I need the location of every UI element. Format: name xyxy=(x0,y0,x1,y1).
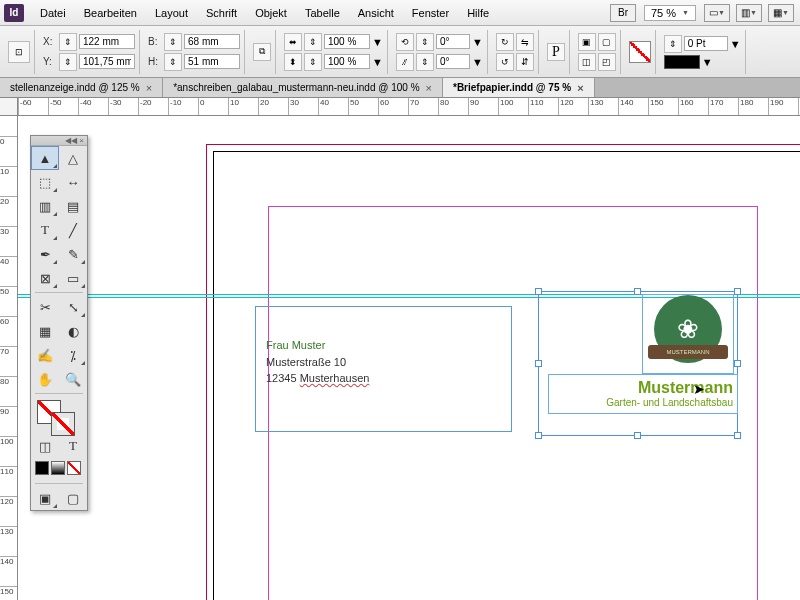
close-icon[interactable]: × xyxy=(577,82,583,94)
y-position-input[interactable] xyxy=(79,54,135,69)
fill-stroke-proxy[interactable] xyxy=(31,396,87,434)
ruler-origin[interactable] xyxy=(0,98,18,115)
menu-view[interactable]: Ansicht xyxy=(350,3,402,23)
stroke-style-dropdown[interactable] xyxy=(664,55,700,69)
menu-window[interactable]: Fenster xyxy=(404,3,457,23)
menu-edit[interactable]: Bearbeiten xyxy=(76,3,145,23)
document-canvas[interactable]: Frau Muster Musterstraße 10 12345 Muster… xyxy=(18,116,800,600)
preview-mode[interactable]: ▢ xyxy=(59,486,87,510)
gap-tool[interactable]: ↔ xyxy=(59,170,87,194)
stroke-swatch[interactable] xyxy=(51,412,75,436)
document-tab[interactable]: *Briefpapier.indd @ 75 %× xyxy=(443,78,595,97)
apply-color-icon[interactable] xyxy=(35,461,49,475)
scissors-tool[interactable]: ✂ xyxy=(31,295,59,319)
resize-handle[interactable] xyxy=(535,288,542,295)
fitting-frame-icon[interactable]: ◰ xyxy=(598,53,616,71)
x-position-input[interactable] xyxy=(79,34,135,49)
apply-gradient-icon[interactable] xyxy=(51,461,65,475)
normal-view-mode[interactable]: ▣ xyxy=(31,486,59,510)
panel-grip[interactable]: ◀◀ × xyxy=(31,136,87,146)
rectangle-tool[interactable]: ▭ xyxy=(59,266,87,290)
pen-tool[interactable]: ✒ xyxy=(31,242,59,266)
bridge-button[interactable]: Br xyxy=(610,4,636,22)
fill-swatch[interactable] xyxy=(629,41,651,63)
stepper-icon[interactable]: ⇕ xyxy=(664,35,682,53)
rotate-90-ccw-icon[interactable]: ↺ xyxy=(496,53,514,71)
document-tab[interactable]: *anschreiben_galabau_mustermann-neu.indd… xyxy=(163,78,443,97)
chevron-down-icon[interactable]: ▼ xyxy=(702,56,713,68)
line-tool[interactable]: ╱ xyxy=(59,218,87,242)
gradient-swatch-tool[interactable]: ▦ xyxy=(31,319,59,343)
stroke-weight-input[interactable] xyxy=(684,36,728,51)
type-tool[interactable]: T xyxy=(31,218,59,242)
vertical-ruler[interactable]: 0102030405060708090100110120130140150 xyxy=(0,116,18,600)
page-tool[interactable]: ⬚ xyxy=(31,170,59,194)
logo-text-frame[interactable]: Mustermann Garten- und Landschaftsbau xyxy=(548,374,738,414)
rotation-input[interactable] xyxy=(436,34,470,49)
flip-vertical-icon[interactable]: ⇵ xyxy=(516,53,534,71)
stepper-icon[interactable]: ⇕ xyxy=(164,53,182,71)
stepper-icon[interactable]: ⇕ xyxy=(164,33,182,51)
fitting-content-icon[interactable]: ◫ xyxy=(578,53,596,71)
stepper-icon[interactable]: ⇕ xyxy=(304,53,322,71)
resize-handle[interactable] xyxy=(634,432,641,439)
menu-type[interactable]: Schrift xyxy=(198,3,245,23)
formatting-text-icon[interactable]: T xyxy=(59,434,87,458)
direct-selection-tool[interactable]: △ xyxy=(59,146,87,170)
resize-handle[interactable] xyxy=(535,432,542,439)
pencil-tool[interactable]: ✎ xyxy=(59,242,87,266)
height-input[interactable] xyxy=(184,54,240,69)
close-icon[interactable]: × xyxy=(426,82,432,94)
gradient-feather-tool[interactable]: ◐ xyxy=(59,319,87,343)
stepper-icon[interactable]: ⇕ xyxy=(59,53,77,71)
flip-horizontal-icon[interactable]: ⇋ xyxy=(516,33,534,51)
fitting-fill-icon[interactable]: ▣ xyxy=(578,33,596,51)
content-collector-tool[interactable]: ▥ xyxy=(31,194,59,218)
chevron-down-icon[interactable]: ▼ xyxy=(372,36,383,48)
resize-handle[interactable] xyxy=(734,288,741,295)
stepper-icon[interactable]: ⇕ xyxy=(304,33,322,51)
stepper-icon[interactable]: ⇕ xyxy=(59,33,77,51)
close-icon[interactable]: × xyxy=(146,82,152,94)
tools-panel[interactable]: ◀◀ × ▲ △ ⬚ ↔ ▥ ▤ T ╱ ✒ ✎ ⊠ ▭ ✂ ⤡ ▦ ◐ ✍ ⁒… xyxy=(30,135,88,511)
address-text-frame[interactable]: Frau Muster Musterstraße 10 12345 Muster… xyxy=(255,306,512,432)
screen-mode-button[interactable]: ▥▼ xyxy=(736,4,762,22)
arrange-docs-button[interactable]: ▦▼ xyxy=(768,4,794,22)
menu-table[interactable]: Tabelle xyxy=(297,3,348,23)
eyedropper-tool[interactable]: ⁒ xyxy=(59,343,87,367)
reference-point-proxy[interactable]: ⊡ xyxy=(8,41,30,63)
constrain-proportions-icon[interactable]: ⧉ xyxy=(253,43,271,61)
horizontal-ruler[interactable]: -60-50-40-30-20-100102030405060708090100… xyxy=(0,98,800,116)
zoom-tool[interactable]: 🔍 xyxy=(59,367,87,391)
menu-help[interactable]: Hilfe xyxy=(459,3,497,23)
rectangle-frame-tool[interactable]: ⊠ xyxy=(31,266,59,290)
resize-handle[interactable] xyxy=(535,360,542,367)
select-container-icon[interactable]: P xyxy=(547,43,565,61)
stepper-icon[interactable]: ⇕ xyxy=(416,53,434,71)
shear-input[interactable] xyxy=(436,54,470,69)
menu-file[interactable]: Datei xyxy=(32,3,74,23)
chevron-down-icon[interactable]: ▼ xyxy=(730,38,741,50)
hand-tool[interactable]: ✋ xyxy=(31,367,59,391)
chevron-down-icon[interactable]: ▼ xyxy=(472,56,483,68)
formatting-container-icon[interactable]: ◫ xyxy=(31,434,59,458)
rotate-90-cw-icon[interactable]: ↻ xyxy=(496,33,514,51)
fitting-center-icon[interactable]: ▢ xyxy=(598,33,616,51)
logo-image-frame[interactable]: ❀ MUSTERMANN xyxy=(642,294,734,374)
menu-layout[interactable]: Layout xyxy=(147,3,196,23)
menu-object[interactable]: Objekt xyxy=(247,3,295,23)
view-options-button[interactable]: ▭▼ xyxy=(704,4,730,22)
content-placer-tool[interactable]: ▤ xyxy=(59,194,87,218)
chevron-down-icon[interactable]: ▼ xyxy=(372,56,383,68)
free-transform-tool[interactable]: ⤡ xyxy=(59,295,87,319)
width-input[interactable] xyxy=(184,34,240,49)
chevron-down-icon[interactable]: ▼ xyxy=(472,36,483,48)
zoom-level-dropdown[interactable]: 75 % ▼ xyxy=(644,5,696,21)
scale-y-input[interactable] xyxy=(324,54,370,69)
document-tab[interactable]: stellenanzeige.indd @ 125 %× xyxy=(0,78,163,97)
scale-x-input[interactable] xyxy=(324,34,370,49)
stepper-icon[interactable]: ⇕ xyxy=(416,33,434,51)
resize-handle[interactable] xyxy=(634,288,641,295)
selection-tool[interactable]: ▲ xyxy=(31,146,59,170)
apply-none-icon[interactable] xyxy=(67,461,81,475)
